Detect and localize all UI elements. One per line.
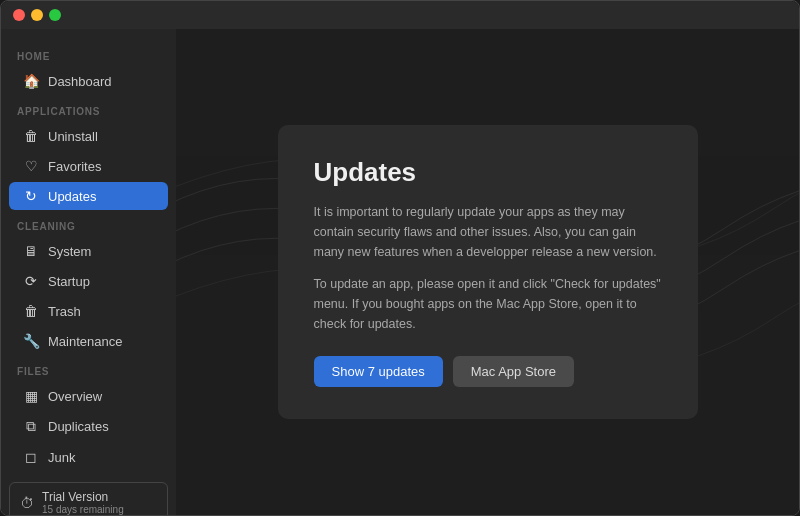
updates-title: Updates	[314, 157, 662, 188]
sidebar-item-maintenance[interactable]: 🔧 Maintenance	[9, 327, 168, 355]
updates-desc1: It is important to regularly update your…	[314, 202, 662, 262]
sidebar-item-trash[interactable]: 🗑 Trash	[9, 297, 168, 325]
sidebar-label-duplicates: Duplicates	[48, 419, 109, 434]
overview-icon: ▦	[23, 388, 39, 404]
sidebar-item-startup[interactable]: ⟳ Startup	[9, 267, 168, 295]
sidebar-label-dashboard: Dashboard	[48, 74, 112, 89]
home-icon: 🏠	[23, 73, 39, 89]
updates-card: Updates It is important to regularly upd…	[278, 125, 698, 419]
maintenance-icon: 🔧	[23, 333, 39, 349]
sidebar-item-updates[interactable]: ↻ Updates	[9, 182, 168, 210]
updates-desc2: To update an app, please open it and cli…	[314, 274, 662, 334]
trial-text: Trial Version 15 days remaining	[42, 490, 124, 515]
sidebar-item-duplicates[interactable]: ⧉ Duplicates	[9, 412, 168, 441]
updates-actions: Show 7 updates Mac App Store	[314, 356, 662, 387]
titlebar	[1, 1, 799, 29]
trial-sub: 15 days remaining	[42, 504, 124, 515]
traffic-lights	[13, 9, 61, 21]
minimize-button[interactable]	[31, 9, 43, 21]
sidebar-label-favorites: Favorites	[48, 159, 101, 174]
section-label-cleaning: CLEANING	[1, 211, 176, 236]
mac-app-store-button[interactable]: Mac App Store	[453, 356, 574, 387]
sidebar-item-system[interactable]: 🖥 System	[9, 237, 168, 265]
sidebar-label-updates: Updates	[48, 189, 96, 204]
sidebar-label-maintenance: Maintenance	[48, 334, 122, 349]
close-button[interactable]	[13, 9, 25, 21]
sidebar-label-junk: Junk	[48, 450, 75, 465]
show-updates-button[interactable]: Show 7 updates	[314, 356, 443, 387]
system-icon: 🖥	[23, 243, 39, 259]
trial-icon: ⏱	[20, 495, 34, 511]
sidebar-item-junk[interactable]: ◻ Junk	[9, 443, 168, 471]
favorites-icon: ♡	[23, 158, 39, 174]
sidebar-label-startup: Startup	[48, 274, 90, 289]
section-label-home: HOME	[1, 41, 176, 66]
junk-icon: ◻	[23, 449, 39, 465]
trial-label: Trial Version	[42, 490, 124, 504]
sidebar-item-overview[interactable]: ▦ Overview	[9, 382, 168, 410]
sidebar: HOME 🏠 Dashboard APPLICATIONS 🗑 Uninstal…	[1, 29, 176, 515]
maximize-button[interactable]	[49, 9, 61, 21]
section-label-applications: APPLICATIONS	[1, 96, 176, 121]
sidebar-footer: ⏱ Trial Version 15 days remaining	[1, 472, 176, 515]
uninstall-icon: 🗑	[23, 128, 39, 144]
sidebar-label-uninstall: Uninstall	[48, 129, 98, 144]
sidebar-label-system: System	[48, 244, 91, 259]
sidebar-item-dashboard[interactable]: 🏠 Dashboard	[9, 67, 168, 95]
duplicates-icon: ⧉	[23, 418, 39, 435]
sidebar-label-trash: Trash	[48, 304, 81, 319]
trial-box: ⏱ Trial Version 15 days remaining	[9, 482, 168, 515]
sidebar-label-overview: Overview	[48, 389, 102, 404]
updates-icon: ↻	[23, 188, 39, 204]
startup-icon: ⟳	[23, 273, 39, 289]
main-content: Updates It is important to regularly upd…	[176, 29, 799, 515]
section-label-files: FILES	[1, 356, 176, 381]
sidebar-item-favorites[interactable]: ♡ Favorites	[9, 152, 168, 180]
app-body: HOME 🏠 Dashboard APPLICATIONS 🗑 Uninstal…	[1, 29, 799, 515]
sidebar-item-uninstall[interactable]: 🗑 Uninstall	[9, 122, 168, 150]
trash-icon: 🗑	[23, 303, 39, 319]
